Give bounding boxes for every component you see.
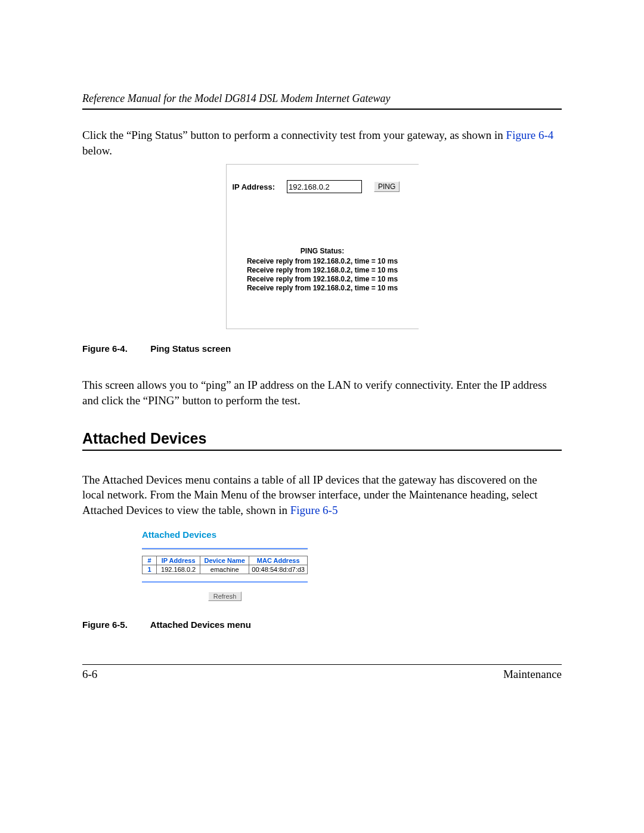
ip-address-input[interactable] — [287, 180, 362, 193]
section-heading-attached-devices: Attached Devices — [82, 430, 562, 447]
ping-reply-line: Receive reply from 192.168.0.2, time = 1… — [233, 257, 413, 266]
figure-6-4-caption: Figure 6-4. Ping Status screen — [82, 343, 562, 354]
ping-reply-line: Receive reply from 192.168.0.2, time = 1… — [233, 275, 413, 284]
attached-devices-title: Attached Devices — [142, 529, 562, 540]
ping-description: This screen allows you to “ping” an IP a… — [82, 377, 562, 408]
col-num: # — [143, 556, 157, 565]
attached-devices-table: # IP Address Device Name MAC Address 1 1… — [142, 556, 308, 574]
figure-title: Ping Status screen — [150, 343, 231, 354]
figure-6-5: Attached Devices # IP Address Device Nam… — [142, 529, 562, 602]
cell-num: 1 — [143, 565, 157, 574]
figure-title: Attached Devices menu — [150, 620, 251, 630]
figure-6-4: IP Address: PING PING Status: Receive re… — [82, 164, 562, 329]
running-header: Reference Manual for the Model DG814 DSL… — [82, 92, 562, 105]
col-ip: IP Address — [157, 556, 200, 565]
divider — [142, 581, 308, 583]
figure-6-4-link[interactable]: Figure 6-4 — [506, 129, 554, 141]
figure-6-5-link[interactable]: Figure 6-5 — [290, 504, 338, 516]
header-rule — [82, 109, 562, 110]
ip-address-label: IP Address: — [233, 182, 275, 191]
ping-reply-line: Receive reply from 192.168.0.2, time = 1… — [233, 284, 413, 293]
ping-screenshot: IP Address: PING PING Status: Receive re… — [226, 164, 419, 329]
page-footer: 6-6 Maintenance — [82, 664, 562, 681]
figure-number: Figure 6-5. — [82, 620, 148, 630]
attached-intro: The Attached Devices menu contains a tab… — [82, 472, 562, 518]
divider — [142, 548, 308, 550]
intro-text-a: Click the “Ping Status” button to perfor… — [82, 129, 506, 141]
cell-ip: 192.168.0.2 — [157, 565, 200, 574]
table-row: 1 192.168.0.2 emachine 00:48:54:8d:d7:d3 — [143, 565, 308, 574]
col-device-name: Device Name — [200, 556, 249, 565]
ping-reply-line: Receive reply from 192.168.0.2, time = 1… — [233, 266, 413, 275]
cell-device-name: emachine — [200, 565, 249, 574]
page-number: 6-6 — [82, 668, 97, 681]
col-mac: MAC Address — [249, 556, 308, 565]
section-rule — [82, 450, 562, 451]
section-name: Maintenance — [503, 668, 562, 681]
intro-text-b: below. — [82, 144, 112, 157]
intro-paragraph: Click the “Ping Status” button to perfor… — [82, 128, 562, 158]
refresh-button[interactable]: Refresh — [208, 592, 242, 601]
ping-button[interactable]: PING — [374, 181, 400, 192]
cell-mac: 00:48:54:8d:d7:d3 — [249, 565, 308, 574]
figure-number: Figure 6-4. — [82, 343, 148, 354]
ping-status-title: PING Status: — [233, 247, 413, 256]
footer-rule — [82, 664, 562, 665]
figure-6-5-caption: Figure 6-5. Attached Devices menu — [82, 620, 562, 630]
